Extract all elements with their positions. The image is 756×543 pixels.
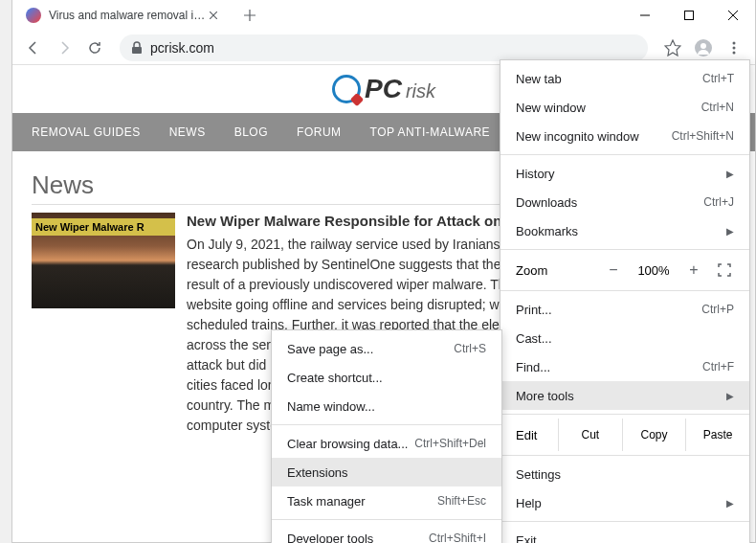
reload-button[interactable] xyxy=(81,34,108,61)
tab-title: Virus and malware removal instru xyxy=(49,9,206,22)
minimize-button[interactable] xyxy=(623,0,667,31)
close-tab-button[interactable] xyxy=(206,8,221,23)
svg-rect-1 xyxy=(132,47,142,54)
svg-point-4 xyxy=(733,41,736,44)
svg-point-3 xyxy=(700,43,706,49)
zoom-value: 100% xyxy=(634,263,673,278)
zoom-out-button[interactable]: − xyxy=(602,261,625,279)
logo-text-pc: PC xyxy=(365,74,402,104)
menu-new-window[interactable]: New windowCtrl+N xyxy=(500,93,749,122)
bookmark-star-button[interactable] xyxy=(659,34,686,61)
chevron-right-icon: ▶ xyxy=(726,169,734,179)
new-tab-button[interactable] xyxy=(236,2,263,29)
svg-point-5 xyxy=(733,46,736,49)
copy-button[interactable]: Copy xyxy=(622,419,686,451)
nav-top-anti-malware[interactable]: TOP ANTI-MALWARE xyxy=(370,125,491,139)
menu-separator xyxy=(500,249,749,250)
chevron-right-icon: ▶ xyxy=(726,498,734,509)
menu-new-tab[interactable]: New tabCtrl+T xyxy=(500,64,749,93)
chevron-right-icon: ▶ xyxy=(726,226,734,237)
submenu-clear-browsing-data[interactable]: Clear browsing data...Ctrl+Shift+Del xyxy=(272,429,501,458)
address-bar[interactable]: pcrisk.com xyxy=(120,34,648,61)
menu-button[interactable] xyxy=(721,34,747,61)
submenu-save-page[interactable]: Save page as...Ctrl+S xyxy=(272,334,501,363)
paste-button[interactable]: Paste xyxy=(685,419,749,451)
submenu-create-shortcut[interactable]: Create shortcut... xyxy=(272,363,501,392)
menu-print[interactable]: Print...Ctrl+P xyxy=(500,295,749,324)
menu-separator xyxy=(500,290,749,291)
menu-separator xyxy=(272,424,501,425)
more-tools-submenu: Save page as...Ctrl+S Create shortcut...… xyxy=(271,329,502,543)
magnifier-icon xyxy=(332,75,361,103)
fullscreen-button[interactable] xyxy=(715,263,734,277)
menu-cast[interactable]: Cast... xyxy=(500,324,749,352)
nav-blog[interactable]: BLOG xyxy=(234,125,268,139)
favicon-icon xyxy=(26,8,41,23)
menu-zoom: Zoom − 100% + xyxy=(500,254,749,286)
menu-edit-row: Edit Cut Copy Paste xyxy=(500,419,749,451)
svg-rect-0 xyxy=(685,11,694,20)
lock-icon xyxy=(131,41,143,55)
profile-button[interactable] xyxy=(690,34,717,61)
menu-downloads[interactable]: DownloadsCtrl+J xyxy=(500,188,749,216)
zoom-in-button[interactable]: + xyxy=(682,261,705,279)
thumbnail-caption: New Wiper Malware R xyxy=(32,218,175,236)
titlebar: Virus and malware removal instru xyxy=(12,0,755,31)
submenu-task-manager[interactable]: Task managerShift+Esc xyxy=(272,486,501,515)
svg-point-6 xyxy=(733,51,736,54)
submenu-extensions[interactable]: Extensions xyxy=(272,458,501,486)
maximize-button[interactable] xyxy=(667,0,711,31)
cut-button[interactable]: Cut xyxy=(558,419,622,451)
back-button[interactable] xyxy=(20,34,47,61)
menu-separator xyxy=(500,154,749,155)
menu-more-tools[interactable]: More tools▶ xyxy=(500,381,749,410)
menu-separator xyxy=(500,521,749,522)
menu-new-incognito[interactable]: New incognito windowCtrl+Shift+N xyxy=(500,122,749,150)
submenu-name-window[interactable]: Name window... xyxy=(272,392,501,420)
nav-news[interactable]: NEWS xyxy=(169,125,206,139)
window-controls xyxy=(623,0,755,31)
url-text: pcrisk.com xyxy=(150,40,214,56)
menu-settings[interactable]: Settings xyxy=(500,460,749,488)
forward-button[interactable] xyxy=(51,34,78,61)
submenu-developer-tools[interactable]: Developer toolsCtrl+Shift+I xyxy=(272,524,501,543)
edit-label: Edit xyxy=(500,428,558,442)
nav-removal-guides[interactable]: REMOVAL GUIDES xyxy=(32,125,141,139)
site-logo[interactable]: PC risk xyxy=(332,74,435,104)
nav-forum[interactable]: FORUM xyxy=(297,125,342,139)
zoom-label: Zoom xyxy=(516,263,592,278)
close-window-button[interactable] xyxy=(711,0,755,31)
logo-text-risk: risk xyxy=(406,80,435,102)
menu-separator xyxy=(500,455,749,456)
chevron-right-icon: ▶ xyxy=(726,391,734,401)
browser-tab[interactable]: Virus and malware removal instru xyxy=(18,0,229,31)
menu-find[interactable]: Find...Ctrl+F xyxy=(500,352,749,381)
menu-help[interactable]: Help▶ xyxy=(500,488,749,517)
chrome-main-menu: New tabCtrl+T New windowCtrl+N New incog… xyxy=(500,59,750,543)
menu-exit[interactable]: Exit xyxy=(500,526,749,543)
menu-history[interactable]: History▶ xyxy=(500,159,749,188)
menu-separator xyxy=(272,519,501,520)
menu-bookmarks[interactable]: Bookmarks▶ xyxy=(500,216,749,245)
article-thumbnail[interactable]: New Wiper Malware R xyxy=(32,213,175,308)
menu-separator xyxy=(500,414,749,415)
